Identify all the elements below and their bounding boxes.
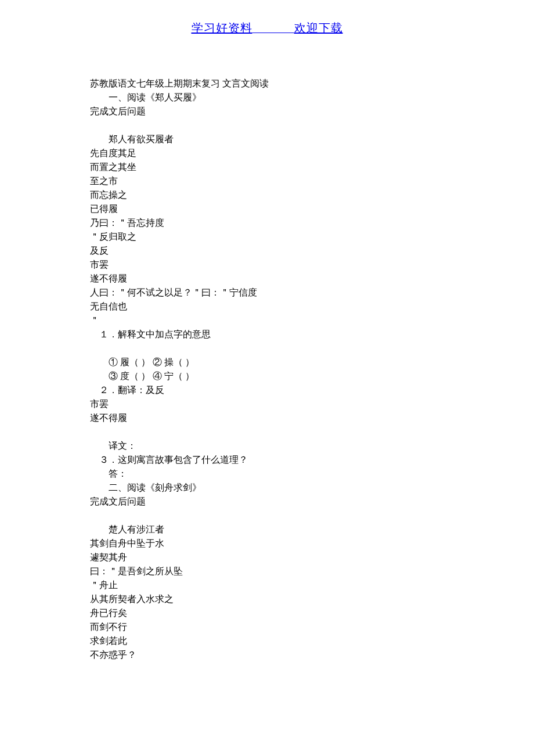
passage-1-line: 无自信也 xyxy=(90,300,444,314)
passage-2-line: 求剑若此 xyxy=(90,634,444,648)
passage-2-line: 楚人有涉江者 xyxy=(90,523,444,537)
question-3: ３．这则寓言故事包含了什么道理？ xyxy=(90,453,444,467)
passage-1-line: 先自度其足 xyxy=(90,146,444,160)
section-2-heading: 二、阅读《刻舟求剑》 xyxy=(90,481,444,495)
question-1-options: ① 履（ ） ② 操（ ） xyxy=(90,355,444,369)
question-3-answer-label: 答： xyxy=(90,467,444,481)
passage-1-line: 而忘操之 xyxy=(90,188,444,202)
passage-2-line: 不亦惑乎？ xyxy=(90,648,444,662)
passage-1-line: 及反 xyxy=(90,244,444,258)
passage-2-line: 而剑不行 xyxy=(90,620,444,634)
question-1: １．解释文中加点字的意思 xyxy=(90,327,444,341)
page-header: 学习好资料 欢迎下载 xyxy=(0,0,534,48)
question-2-answer-label: 译文： xyxy=(90,439,444,453)
passage-2-line: 从其所契者入水求之 xyxy=(90,592,444,606)
passage-2-line: 其剑自舟中坠于水 xyxy=(90,537,444,550)
header-dashes xyxy=(252,24,294,34)
passage-1-line: ＂ xyxy=(90,314,444,327)
passage-1-line: 而置之其坐 xyxy=(90,160,444,174)
passage-1-line: 遂不得履 xyxy=(90,272,444,286)
doc-title: 苏教版语文七年级上期期末复习 文言文阅读 xyxy=(90,77,444,91)
passage-2-line: ＂舟止 xyxy=(90,578,444,592)
passage-1-line: 已得履 xyxy=(90,202,444,216)
blank-line xyxy=(90,118,444,132)
passage-1-line: 市罢 xyxy=(90,258,444,272)
passage-1-line: 人曰：＂何不试之以足？＂曰：＂宁信度 xyxy=(90,286,444,300)
question-1-options: ③ 度（ ） ④ 宁（ ） xyxy=(90,369,444,383)
passage-1-line: 郑人有欲买履者 xyxy=(90,132,444,146)
section-1-heading: 一、阅读《郑人买履》 xyxy=(90,91,444,105)
passage-2-line: 舟已行矣 xyxy=(90,606,444,620)
question-2: ２．翻译：及反 xyxy=(90,383,444,397)
header-link-left[interactable]: 学习好资料 xyxy=(192,21,252,34)
document-body: 苏教版语文七年级上期期末复习 文言文阅读 一、阅读《郑人买履》 完成文后问题 郑… xyxy=(0,48,534,662)
passage-2-line: 曰：＂是吾剑之所从坠 xyxy=(90,564,444,578)
passage-1-line: 至之市 xyxy=(90,174,444,188)
question-2-line: 遂不得履 xyxy=(90,411,444,425)
blank-line xyxy=(90,509,444,523)
passage-2-line: 遽契其舟 xyxy=(90,550,444,564)
blank-line xyxy=(90,425,444,439)
passage-1-line: ＂反归取之 xyxy=(90,230,444,244)
header-link-right[interactable]: 欢迎下载 xyxy=(294,21,343,34)
blank-line xyxy=(90,341,444,355)
section-1-subtitle: 完成文后问题 xyxy=(90,105,444,118)
section-2-subtitle: 完成文后问题 xyxy=(90,495,444,509)
passage-1-line: 乃曰：＂吾忘持度 xyxy=(90,216,444,230)
question-2-line: 市罢 xyxy=(90,397,444,411)
